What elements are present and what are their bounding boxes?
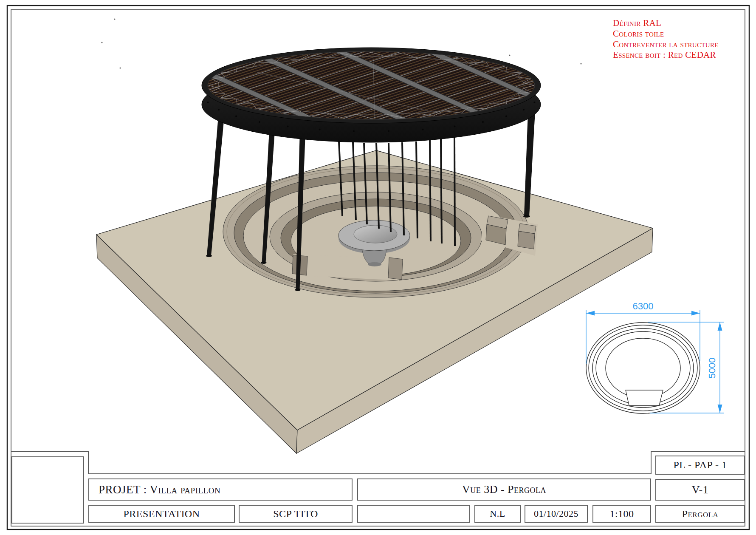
view-title-cell: Vue 3D - Pergola (357, 478, 651, 501)
annotation-notes: Définir RAL Coloris toile Contreventer l… (613, 18, 719, 60)
annotation-line: Contreventer la structure (613, 39, 719, 50)
company-cell: SCP TITO (239, 505, 353, 523)
date-cell: 01/10/2025 (525, 505, 588, 523)
doc-code-cell: PL - PAP - 1 (655, 456, 745, 475)
annotation-line: Coloris toile (613, 28, 719, 39)
drawing-code-cell: V-1 (655, 479, 745, 501)
sheet-name-cell: Pergola (655, 505, 745, 523)
plan-view (586, 323, 700, 413)
plan-height-dimension: 5000 (707, 358, 717, 379)
scale-cell: 1:100 (592, 505, 651, 523)
phase-cell: PRESENTATION (88, 505, 235, 523)
annotation-line: Essence boit : Red CEDAR (613, 50, 719, 60)
drawing-canvas: 63005000 (0, 0, 756, 535)
author-cell: N.L (474, 505, 521, 523)
project-title-cell: PROJET : Villa papillon (88, 478, 353, 501)
drawing-sheet: 63005000 Définir RAL Coloris toile Contr… (0, 0, 756, 535)
annotation-line: Définir RAL (613, 18, 719, 28)
plan-width-dimension: 6300 (633, 301, 654, 311)
logo-box (11, 456, 84, 524)
empty-cell (357, 505, 470, 523)
